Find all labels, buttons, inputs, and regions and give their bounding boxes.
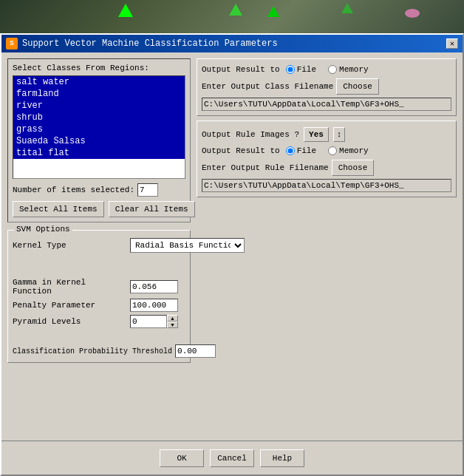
classify-label: Classification Probability Threshold [13,347,172,356]
svm-group-label: SVM Options [14,225,72,234]
rule-question-label: Output Rule Images ? [202,130,299,139]
clear-all-button[interactable]: Clear All Items [109,201,195,217]
list-item[interactable]: shrub [13,112,185,123]
rule-file-radio[interactable] [286,146,295,155]
output-result-row: Output Result to File Memory [202,65,451,74]
output-rule-section: Output Rule Images ? Yes ↕ Output Result… [197,120,457,197]
spinner-down-button[interactable]: ▼ [167,322,178,328]
list-item[interactable]: Suaeda Salsas [13,135,185,147]
kernel-label: Kernel Type [13,241,127,250]
penalty-label: Penalty Parameter [13,301,127,310]
cancel-button[interactable]: Cancel [210,449,254,467]
help-button[interactable]: Help [260,449,304,467]
output-radio-group: File Memory [286,65,369,74]
svm-options-group: SVM Options Kernel Type Radial Basis Fun… [7,230,191,363]
rule-memory-radio-item: Memory [328,146,369,155]
rule-radio-group: File Memory [286,146,369,155]
memory-radio-label: Memory [339,65,369,74]
content-area: Select Classes From Regions: salt water … [1,52,463,441]
classes-label: Select Classes From Regions: [13,64,185,72]
count-label: Number of items selected: [13,186,134,194]
pyramid-label: Pyramid Levels [13,317,127,326]
list-item[interactable]: tital flat [13,147,185,159]
output-class-section: Output Result to File Memory Enter Outpu [197,58,457,116]
left-panel: Select Classes From Regions: salt water … [7,58,191,435]
spinner-buttons: ▲ ▼ [167,315,178,328]
count-input[interactable] [137,183,158,197]
sort-button[interactable]: ↕ [333,127,346,142]
kernel-row: Kernel Type Radial Basis Function Linear… [13,238,185,253]
list-item[interactable]: river [13,100,185,112]
list-item[interactable]: farmland [13,88,185,100]
rule-choose-button[interactable]: Choose [332,160,375,176]
kernel-select[interactable]: Radial Basis Function Linear Polynomial … [130,238,245,253]
file-radio[interactable] [286,65,295,74]
output-filename-label: Enter Output Class Filename [202,82,333,91]
output-result-label: Output Result to [202,65,280,74]
output-filename-row: Enter Output Class Filename Choose [202,78,451,95]
title-bar: S Support Vector Machine Classification … [1,35,463,52]
pyramid-input[interactable] [130,315,167,328]
memory-radio[interactable] [328,65,337,74]
spinner-up-button[interactable]: ▲ [167,315,178,322]
count-row: Number of items selected: [13,183,185,197]
rule-top-row: Output Rule Images ? Yes ↕ [202,127,451,142]
ok-button[interactable]: OK [160,449,204,467]
rule-memory-radio-label: Memory [339,146,369,155]
output-filename-display: C:\Users\TUTU\AppData\Local\Temp\GF3+OHS… [202,98,451,111]
penalty-row: Penalty Parameter [13,299,185,312]
output-choose-button[interactable]: Choose [336,78,379,95]
select-all-button[interactable]: Select All Items [13,201,104,217]
rule-memory-radio[interactable] [328,146,337,155]
gamma-input[interactable] [130,280,178,293]
dialog-icon: S [6,38,18,50]
rule-output-result-label: Output Result to [202,146,280,155]
rule-filename-label: Enter Output Rule Filename [202,163,329,172]
gamma-label: Gamma in Kernel Function [13,278,127,296]
classify-input[interactable] [175,344,216,358]
bottom-bar: OK Cancel Help [1,441,463,475]
rule-output-result-row: Output Result to File Memory [202,146,451,155]
penalty-input[interactable] [130,299,178,312]
list-item[interactable]: grass [13,123,185,135]
dialog-title: Support Vector Machine Classification Pa… [22,38,442,49]
file-radio-item: File [286,65,316,74]
close-button[interactable]: ✕ [446,38,458,49]
classify-row: Classification Probability Threshold [13,344,185,358]
memory-radio-item: Memory [328,65,369,74]
yes-button[interactable]: Yes [304,127,329,142]
pyramid-row: Pyramid Levels ▲ ▼ [13,315,185,328]
rule-file-radio-label: File [297,146,316,155]
classes-listbox[interactable]: salt water farmland river shrub grass Su… [13,75,185,179]
file-radio-label: File [297,65,316,74]
dialog: S Support Vector Machine Classification … [0,33,464,476]
rule-filename-display: C:\Users\TUTU\AppData\Local\Temp\GF3+OHS… [202,179,451,192]
rule-filename-row: Enter Output Rule Filename Choose [202,160,451,176]
rule-file-radio-item: File [286,146,316,155]
pyramid-spinner: ▲ ▼ [130,315,178,328]
header-image [0,0,464,33]
gamma-row: Gamma in Kernel Function [13,278,185,296]
button-row: Select All Items Clear All Items [13,201,185,217]
list-item[interactable]: salt water [13,76,185,88]
